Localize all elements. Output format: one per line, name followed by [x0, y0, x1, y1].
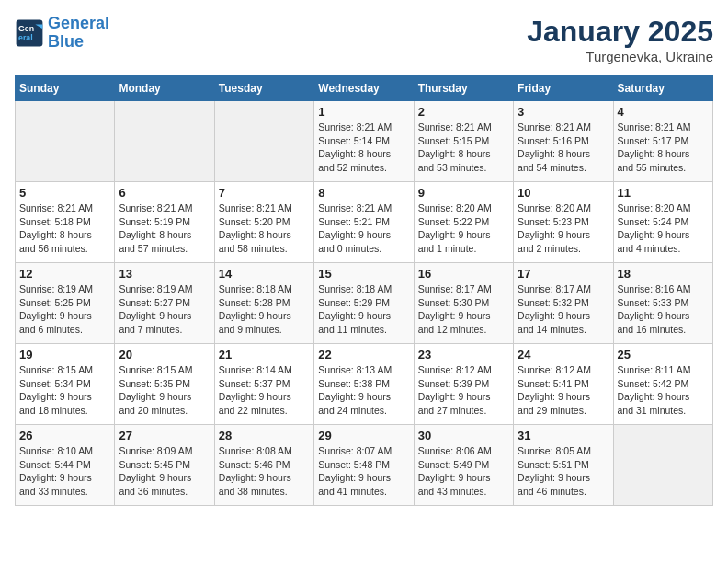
weekday-thursday: Thursday [414, 76, 513, 101]
day-cell: 18Sunrise: 8:16 AM Sunset: 5:33 PM Dayli… [613, 263, 712, 344]
day-cell: 11Sunrise: 8:20 AM Sunset: 5:24 PM Dayli… [613, 182, 712, 263]
day-number: 17 [518, 267, 609, 281]
day-info: Sunrise: 8:06 AM Sunset: 5:49 PM Dayligh… [418, 444, 509, 499]
day-number: 22 [318, 348, 409, 362]
day-info: Sunrise: 8:07 AM Sunset: 5:48 PM Dayligh… [318, 444, 409, 499]
day-number: 20 [119, 348, 210, 362]
calendar-body: 1Sunrise: 8:21 AM Sunset: 5:14 PM Daylig… [16, 101, 713, 506]
day-cell: 30Sunrise: 8:06 AM Sunset: 5:49 PM Dayli… [414, 425, 513, 506]
day-info: Sunrise: 8:20 AM Sunset: 5:23 PM Dayligh… [518, 201, 609, 256]
day-number: 1 [318, 105, 409, 119]
day-info: Sunrise: 8:12 AM Sunset: 5:41 PM Dayligh… [518, 363, 609, 418]
day-info: Sunrise: 8:21 AM Sunset: 5:14 PM Dayligh… [318, 121, 409, 175]
day-cell: 22Sunrise: 8:13 AM Sunset: 5:38 PM Dayli… [314, 344, 414, 425]
day-number: 6 [119, 186, 210, 200]
day-info: Sunrise: 8:19 AM Sunset: 5:27 PM Dayligh… [119, 282, 210, 337]
day-cell: 13Sunrise: 8:19 AM Sunset: 5:27 PM Dayli… [115, 263, 214, 344]
day-number: 4 [618, 105, 709, 119]
day-info: Sunrise: 8:21 AM Sunset: 5:19 PM Dayligh… [119, 201, 210, 256]
weekday-sunday: Sunday [16, 76, 115, 101]
day-info: Sunrise: 8:21 AM Sunset: 5:20 PM Dayligh… [219, 201, 310, 256]
day-cell: 20Sunrise: 8:15 AM Sunset: 5:35 PM Dayli… [115, 344, 214, 425]
day-cell: 9Sunrise: 8:20 AM Sunset: 5:22 PM Daylig… [414, 182, 513, 263]
day-cell: 4Sunrise: 8:21 AM Sunset: 5:17 PM Daylig… [613, 101, 712, 182]
weekday-friday: Friday [514, 76, 613, 101]
day-cell [214, 101, 313, 182]
calendar-title: January 2025 [527, 15, 713, 49]
day-number: 18 [618, 267, 709, 281]
day-info: Sunrise: 8:15 AM Sunset: 5:35 PM Dayligh… [119, 363, 210, 418]
day-info: Sunrise: 8:21 AM Sunset: 5:16 PM Dayligh… [518, 121, 609, 175]
day-cell: 3Sunrise: 8:21 AM Sunset: 5:16 PM Daylig… [514, 101, 613, 182]
day-info: Sunrise: 8:16 AM Sunset: 5:33 PM Dayligh… [618, 282, 709, 337]
day-info: Sunrise: 8:05 AM Sunset: 5:51 PM Dayligh… [518, 444, 609, 499]
day-number: 16 [418, 267, 509, 281]
day-cell: 27Sunrise: 8:09 AM Sunset: 5:45 PM Dayli… [115, 425, 214, 506]
title-block: January 2025 Turgenevka, Ukraine [527, 15, 713, 64]
day-info: Sunrise: 8:21 AM Sunset: 5:17 PM Dayligh… [618, 121, 709, 175]
day-number: 10 [518, 186, 609, 200]
day-number: 3 [518, 105, 609, 119]
svg-text:Gen: Gen [18, 24, 34, 33]
day-number: 12 [19, 267, 110, 281]
day-info: Sunrise: 8:18 AM Sunset: 5:28 PM Dayligh… [219, 282, 310, 337]
day-cell: 29Sunrise: 8:07 AM Sunset: 5:48 PM Dayli… [314, 425, 414, 506]
day-cell: 21Sunrise: 8:14 AM Sunset: 5:37 PM Dayli… [214, 344, 313, 425]
day-cell [613, 425, 712, 506]
day-number: 30 [418, 429, 509, 442]
logo: Gen eral GeneralBlue [15, 15, 109, 52]
day-number: 27 [119, 429, 210, 442]
day-info: Sunrise: 8:21 AM Sunset: 5:21 PM Dayligh… [318, 201, 409, 256]
day-number: 28 [219, 429, 310, 442]
day-cell [115, 101, 214, 182]
day-number: 31 [518, 429, 609, 442]
logo-icon: Gen eral [15, 18, 44, 48]
week-row-2: 5Sunrise: 8:21 AM Sunset: 5:18 PM Daylig… [16, 182, 713, 263]
day-cell: 26Sunrise: 8:10 AM Sunset: 5:44 PM Dayli… [16, 425, 115, 506]
day-info: Sunrise: 8:19 AM Sunset: 5:25 PM Dayligh… [19, 282, 110, 337]
day-number: 14 [219, 267, 310, 281]
day-cell: 8Sunrise: 8:21 AM Sunset: 5:21 PM Daylig… [314, 182, 414, 263]
day-number: 26 [19, 429, 110, 442]
day-info: Sunrise: 8:10 AM Sunset: 5:44 PM Dayligh… [19, 444, 110, 499]
day-info: Sunrise: 8:20 AM Sunset: 5:24 PM Dayligh… [618, 201, 709, 256]
day-cell: 17Sunrise: 8:17 AM Sunset: 5:32 PM Dayli… [514, 263, 613, 344]
day-cell: 14Sunrise: 8:18 AM Sunset: 5:28 PM Dayli… [214, 263, 313, 344]
weekday-saturday: Saturday [613, 76, 712, 101]
day-cell: 10Sunrise: 8:20 AM Sunset: 5:23 PM Dayli… [514, 182, 613, 263]
day-cell: 23Sunrise: 8:12 AM Sunset: 5:39 PM Dayli… [414, 344, 513, 425]
weekday-wednesday: Wednesday [314, 76, 414, 101]
day-cell: 5Sunrise: 8:21 AM Sunset: 5:18 PM Daylig… [16, 182, 115, 263]
day-number: 29 [318, 429, 409, 442]
day-cell: 16Sunrise: 8:17 AM Sunset: 5:30 PM Dayli… [414, 263, 513, 344]
day-number: 13 [119, 267, 210, 281]
day-info: Sunrise: 8:17 AM Sunset: 5:32 PM Dayligh… [518, 282, 609, 337]
day-info: Sunrise: 8:15 AM Sunset: 5:34 PM Dayligh… [19, 363, 110, 418]
day-number: 25 [618, 348, 709, 362]
day-info: Sunrise: 8:20 AM Sunset: 5:22 PM Dayligh… [418, 201, 509, 256]
day-cell: 24Sunrise: 8:12 AM Sunset: 5:41 PM Dayli… [514, 344, 613, 425]
day-number: 15 [318, 267, 409, 281]
day-number: 11 [618, 186, 709, 200]
day-info: Sunrise: 8:08 AM Sunset: 5:46 PM Dayligh… [219, 444, 310, 499]
weekday-header-row: SundayMondayTuesdayWednesdayThursdayFrid… [16, 76, 713, 101]
day-cell: 28Sunrise: 8:08 AM Sunset: 5:46 PM Dayli… [214, 425, 313, 506]
day-info: Sunrise: 8:12 AM Sunset: 5:39 PM Dayligh… [418, 363, 509, 418]
svg-text:eral: eral [18, 33, 33, 42]
page-header: Gen eral GeneralBlue January 2025 Turgen… [15, 15, 713, 64]
week-row-3: 12Sunrise: 8:19 AM Sunset: 5:25 PM Dayli… [16, 263, 713, 344]
day-cell: 1Sunrise: 8:21 AM Sunset: 5:14 PM Daylig… [314, 101, 414, 182]
weekday-monday: Monday [115, 76, 214, 101]
day-cell: 12Sunrise: 8:19 AM Sunset: 5:25 PM Dayli… [16, 263, 115, 344]
day-number: 19 [19, 348, 110, 362]
day-info: Sunrise: 8:09 AM Sunset: 5:45 PM Dayligh… [119, 444, 210, 499]
day-number: 7 [219, 186, 310, 200]
week-row-4: 19Sunrise: 8:15 AM Sunset: 5:34 PM Dayli… [16, 344, 713, 425]
week-row-5: 26Sunrise: 8:10 AM Sunset: 5:44 PM Dayli… [16, 425, 713, 506]
day-info: Sunrise: 8:21 AM Sunset: 5:15 PM Dayligh… [418, 121, 509, 175]
day-cell: 15Sunrise: 8:18 AM Sunset: 5:29 PM Dayli… [314, 263, 414, 344]
day-number: 5 [19, 186, 110, 200]
day-number: 24 [518, 348, 609, 362]
day-info: Sunrise: 8:13 AM Sunset: 5:38 PM Dayligh… [318, 363, 409, 418]
day-info: Sunrise: 8:11 AM Sunset: 5:42 PM Dayligh… [618, 363, 709, 418]
